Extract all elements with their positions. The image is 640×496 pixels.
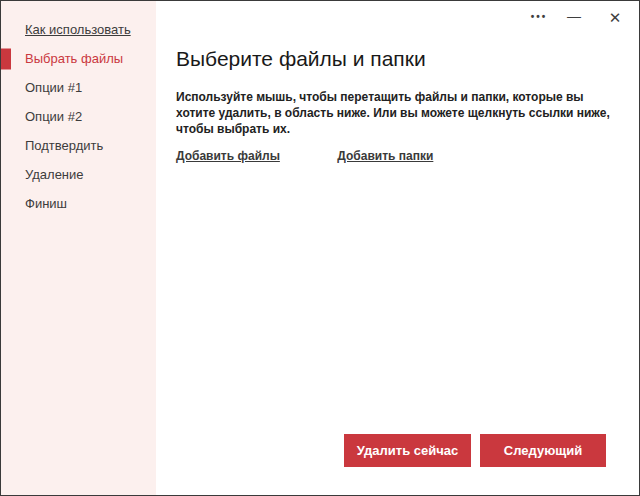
wizard-steps-nav: Как использовать Выбрать файлы Опции #1 …: [1, 1, 156, 218]
add-links-row: Добавить файлы Добавить папки: [176, 146, 614, 164]
close-icon: ✕: [609, 9, 622, 26]
menu-button[interactable]: •••: [524, 6, 554, 30]
minimize-icon: —: [567, 8, 581, 24]
minimize-button[interactable]: —: [559, 6, 589, 30]
app-window: Как использовать Выбрать файлы Опции #1 …: [0, 0, 640, 496]
add-folders-link[interactable]: Добавить папки: [337, 149, 433, 163]
delete-now-button[interactable]: Удалить сейчас: [344, 434, 471, 467]
main-content: Выберите файлы и папки Используйте мышь,…: [176, 47, 614, 164]
close-button[interactable]: ✕: [600, 6, 630, 30]
sidebar-item-confirm[interactable]: Подтвердить: [1, 131, 156, 160]
next-button[interactable]: Следующий: [480, 434, 606, 467]
sidebar-item-options-2[interactable]: Опции #2: [1, 102, 156, 131]
sidebar-item-select-files[interactable]: Выбрать файлы: [1, 44, 156, 73]
add-files-link[interactable]: Добавить файлы: [176, 149, 280, 163]
sidebar-item-how-to-use[interactable]: Как использовать: [1, 15, 156, 44]
page-title: Выберите файлы и папки: [176, 47, 614, 71]
instructions-text: Используйте мышь, чтобы перетащить файлы…: [176, 89, 614, 137]
sidebar-item-finish[interactable]: Финиш: [1, 189, 156, 218]
drop-area[interactable]: [176, 171, 614, 421]
sidebar: Как использовать Выбрать файлы Опции #1 …: [1, 1, 156, 495]
sidebar-item-options-1[interactable]: Опции #1: [1, 73, 156, 102]
sidebar-item-deletion[interactable]: Удаление: [1, 160, 156, 189]
more-options-icon: •••: [531, 11, 548, 22]
